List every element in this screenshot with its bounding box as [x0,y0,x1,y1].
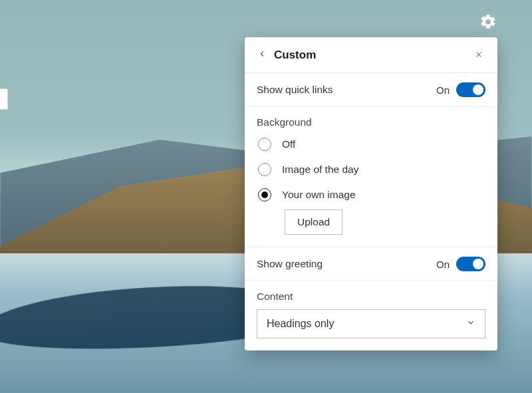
radio-icon [258,138,271,151]
background-option-off[interactable]: Off [258,138,485,151]
greeting-toggle[interactable] [456,257,485,271]
radio-label: Off [282,138,295,150]
chevron-down-icon [466,318,475,330]
content-label: Content [257,291,485,303]
greeting-row: Show greeting On [245,247,497,281]
upload-button[interactable]: Upload [285,209,342,235]
settings-button[interactable] [479,13,497,31]
content-section: Content Headings only [245,281,497,338]
radio-label: Your own image [282,189,356,201]
greeting-label: Show greeting [257,258,323,270]
chevron-left-icon [257,49,267,61]
greeting-state: On [436,259,450,270]
content-select-value: Headings only [267,318,334,330]
background-option-image-of-the-day[interactable]: Image of the day [258,163,485,176]
desktop-wallpaper: Custom Show quick links On Background Of… [0,0,532,393]
edge-peek-tab[interactable] [0,88,8,110]
gear-icon [479,13,497,31]
page-layout-panel: Custom Show quick links On Background Of… [245,37,497,350]
panel-header: Custom [245,37,497,73]
quick-links-toggle[interactable] [456,82,485,97]
background-section: Background Off Image of the day Your own… [245,107,497,247]
quick-links-state: On [436,84,450,96]
content-select[interactable]: Headings only [257,309,485,338]
back-button[interactable] [251,45,273,66]
background-heading: Background [257,116,485,128]
panel-title: Custom [274,49,316,62]
radio-label: Image of the day [282,164,358,176]
background-option-your-own-image[interactable]: Your own image [258,188,485,201]
quick-links-row: Show quick links On [245,73,497,107]
quick-links-label: Show quick links [257,84,333,96]
radio-icon [258,188,271,201]
radio-icon [258,163,271,176]
close-button[interactable] [469,46,488,65]
close-icon [475,49,483,61]
